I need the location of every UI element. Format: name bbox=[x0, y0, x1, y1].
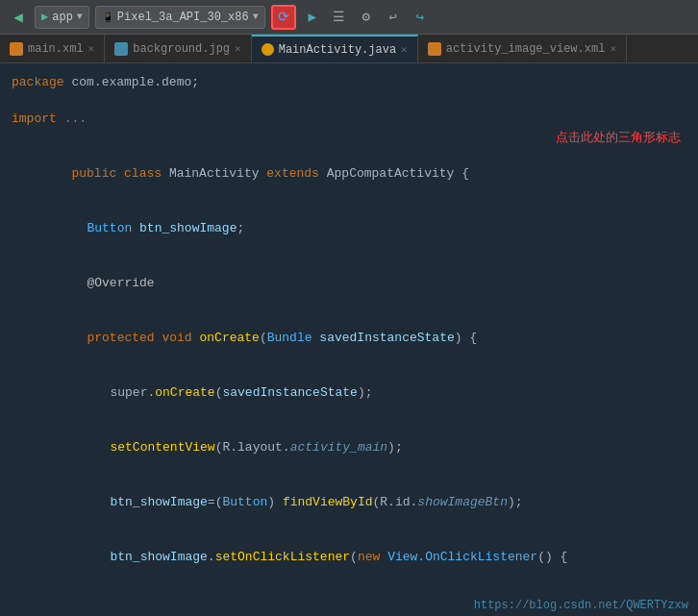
run-button[interactable]: ⟳ bbox=[271, 5, 296, 30]
device-dropdown-arrow: ▼ bbox=[253, 12, 259, 22]
debug-run-icon[interactable]: ▶ bbox=[302, 7, 323, 28]
settings-icon[interactable]: ⚙ bbox=[356, 7, 377, 28]
tab-label-main-xml: main.xml bbox=[28, 42, 84, 56]
device-label: Pixel_3a_API_30_x86 bbox=[117, 11, 249, 24]
line-oncreate: protected void onCreate(Bundle savedInst… bbox=[0, 310, 698, 365]
tab-icon-jpg bbox=[114, 42, 128, 56]
line-package: package com.example.demo; bbox=[0, 73, 698, 91]
line-setcontentview: setContentView(R.layout.activity_main); bbox=[0, 420, 698, 475]
app-dropdown[interactable]: ▶ app ▼ bbox=[35, 6, 89, 29]
footer: https://blog.csdn.net/QWERTYzxw bbox=[0, 595, 698, 616]
tab-label-background-jpg: background.jpg bbox=[133, 42, 230, 56]
undo-icon[interactable]: ↩ bbox=[383, 7, 404, 28]
tab-label-mainactivity: MainActivity.java bbox=[279, 43, 396, 57]
tabs-bar: main.xml ✕ background.jpg ✕ MainActivity… bbox=[0, 35, 698, 63]
redo-icon[interactable]: ↪ bbox=[410, 7, 431, 28]
line-override1: @Override bbox=[0, 256, 698, 310]
tab-icon-xml bbox=[10, 42, 23, 56]
tab-close-main-xml[interactable]: ✕ bbox=[88, 42, 95, 55]
tab-close-mainactivity[interactable]: ✕ bbox=[401, 43, 408, 56]
line-btn-init: btn_showImage=(Button) findViewById(R.id… bbox=[0, 475, 698, 530]
tab-main-xml[interactable]: main.xml ✕ bbox=[0, 35, 105, 62]
toolbar: ◀ ▶ app ▼ 📱 Pixel_3a_API_30_x86 ▼ ⟳ ▶ ☰ … bbox=[0, 0, 698, 35]
code-editor[interactable]: package com.example.demo; import ... pub… bbox=[0, 63, 698, 616]
tab-activity-image-view[interactable]: activity_image_view.xml ✕ bbox=[418, 35, 627, 62]
app-label: app bbox=[52, 11, 73, 24]
line-blank1 bbox=[0, 91, 698, 110]
line-setonclick: btn_showImage.setOnClickListener(new Vie… bbox=[0, 530, 698, 584]
main-content: 点击此处的三角形标志 package com.example.demo; imp… bbox=[0, 63, 698, 616]
footer-url: https://blog.csdn.net/QWERTYzxw bbox=[474, 599, 688, 612]
line-field: Button btn_showImage; bbox=[0, 201, 698, 256]
coverage-icon[interactable]: ☰ bbox=[329, 7, 350, 28]
line-import: import ... bbox=[0, 110, 698, 128]
tab-background-jpg[interactable]: background.jpg ✕ bbox=[105, 35, 251, 62]
tab-icon-java bbox=[262, 43, 274, 56]
app-dropdown-arrow: ▼ bbox=[77, 12, 83, 22]
line-super: super.onCreate(savedInstanceState); bbox=[0, 365, 698, 420]
tab-close-activity-image-view[interactable]: ✕ bbox=[610, 42, 616, 55]
tab-close-background-jpg[interactable]: ✕ bbox=[235, 42, 241, 55]
run-icon: ⟳ bbox=[278, 9, 289, 25]
tab-label-activity-image-view: activity_image_view.xml bbox=[446, 42, 606, 56]
back-nav-icon[interactable]: ◀ bbox=[8, 7, 29, 28]
tab-mainactivity-java[interactable]: MainActivity.java ✕ bbox=[252, 35, 418, 62]
line-class-decl: public class MainActivity extends AppCom… bbox=[0, 146, 698, 201]
line-blank2 bbox=[0, 128, 698, 146]
device-dropdown[interactable]: 📱 Pixel_3a_API_30_x86 ▼ bbox=[95, 6, 265, 29]
tab-icon-activity-xml bbox=[428, 42, 441, 56]
